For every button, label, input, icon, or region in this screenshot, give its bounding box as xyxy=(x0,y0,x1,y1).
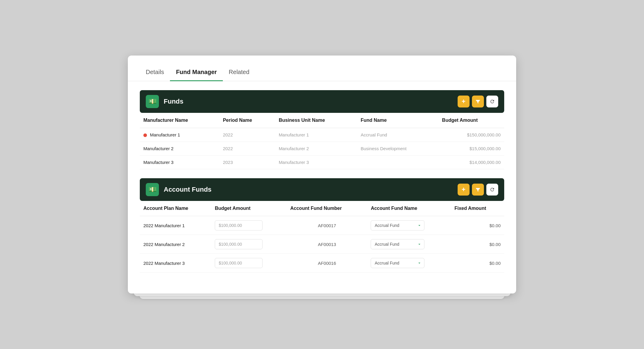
col-af-budget-amount: Budget Amount xyxy=(211,201,287,216)
tab-related[interactable]: Related xyxy=(223,64,255,81)
funds-period-name: 2022 xyxy=(219,142,275,156)
funds-business-unit-name: Manufacturer 2 xyxy=(275,142,357,156)
account-funds-table-row: 2022 Manufacturer 1 AF00017 Accrual Fund… xyxy=(140,216,504,235)
funds-budget-amount: $15,000,000.00 xyxy=(438,142,504,156)
col-fixed-amount: Fixed Amount xyxy=(451,201,504,216)
af-fixed-amount: $0.00 xyxy=(451,235,504,254)
af-fund-name-dropdown[interactable]: Accrual Fund Business Development xyxy=(371,220,424,230)
af-fixed-amount: $0.00 xyxy=(451,216,504,235)
funds-manufacturer-name: Manufacturer 3 xyxy=(140,156,219,169)
account-funds-filter-button[interactable] xyxy=(472,184,484,196)
af-budget-amount[interactable] xyxy=(211,235,287,254)
funds-table-row: Manufacturer 2 2022 Manufacturer 2 Busin… xyxy=(140,142,504,156)
funds-period-name: 2023 xyxy=(219,156,275,169)
funds-section-header: 💵 Funds + xyxy=(140,90,504,113)
account-funds-refresh-button[interactable] xyxy=(486,184,498,196)
col-account-fund-name: Account Fund Name xyxy=(367,201,451,216)
funds-period-name: 2022 xyxy=(219,128,275,142)
funds-filter-button[interactable] xyxy=(472,96,484,107)
tab-bar: Details Fund Manager Related xyxy=(128,56,516,81)
funds-icon: 💵 xyxy=(146,95,159,108)
tab-details[interactable]: Details xyxy=(140,64,170,81)
col-account-fund-number: Account Fund Number xyxy=(287,201,367,216)
af-fund-number: AF00017 xyxy=(287,216,367,235)
af-fixed-amount: $0.00 xyxy=(451,254,504,273)
account-funds-add-button[interactable]: + xyxy=(458,184,470,196)
af-account-plan-name: 2022 Manufacturer 1 xyxy=(140,216,211,235)
funds-manufacturer-name: Manufacturer 2 xyxy=(140,142,219,156)
af-budget-input[interactable] xyxy=(215,239,263,249)
col-manufacturer-name: Manufacturer Name xyxy=(140,113,219,128)
account-funds-section-header: 💵 Account Funds + xyxy=(140,178,504,201)
af-budget-input[interactable] xyxy=(215,220,263,230)
funds-actions: + xyxy=(458,96,498,107)
funds-business-unit-name: Manufacturer 1 xyxy=(275,128,357,142)
funds-table-header: Manufacturer Name Period Name Business U… xyxy=(140,113,504,128)
funds-section: 💵 Funds + Manufa xyxy=(140,90,504,169)
af-fund-name-dropdown[interactable]: Accrual Fund Business Development xyxy=(371,239,424,249)
status-dot xyxy=(143,133,147,137)
funds-budget-amount: $150,000,000.00 xyxy=(438,128,504,142)
col-budget-amount: Budget Amount xyxy=(438,113,504,128)
funds-table: Manufacturer Name Period Name Business U… xyxy=(140,113,504,169)
account-funds-actions: + xyxy=(458,184,498,196)
account-funds-section-title: Account Funds xyxy=(164,186,458,193)
account-funds-table-header: Account Plan Name Budget Amount Account … xyxy=(140,201,504,216)
funds-business-unit-name: Manufacturer 3 xyxy=(275,156,357,169)
af-budget-amount[interactable] xyxy=(211,216,287,235)
account-funds-section: 💵 Account Funds + xyxy=(140,178,504,273)
af-fund-number: AF00016 xyxy=(287,254,367,273)
main-content: 💵 Funds + Manufa xyxy=(128,81,516,293)
funds-fund-name: Business Development xyxy=(357,142,438,156)
funds-section-title: Funds xyxy=(164,98,458,105)
af-budget-amount[interactable] xyxy=(211,254,287,273)
col-period-name: Period Name xyxy=(219,113,275,128)
col-account-plan-name: Account Plan Name xyxy=(140,201,211,216)
funds-refresh-button[interactable] xyxy=(486,96,498,107)
af-fund-name-select[interactable]: Accrual Fund Business Development xyxy=(367,216,451,235)
funds-table-row: Manufacturer 3 2023 Manufacturer 3 $14,0… xyxy=(140,156,504,169)
funds-fund-name: Accrual Fund xyxy=(357,128,438,142)
funds-budget-amount: $14,000,000.00 xyxy=(438,156,504,169)
af-account-plan-name: 2022 Manufacturer 2 xyxy=(140,235,211,254)
af-fund-name-select[interactable]: Accrual Fund Business Development xyxy=(367,235,451,254)
funds-table-row: Manufacturer 1 2022 Manufacturer 1 Accru… xyxy=(140,128,504,142)
af-fund-number: AF00013 xyxy=(287,235,367,254)
account-funds-icon: 💵 xyxy=(146,183,159,196)
col-fund-name: Fund Name xyxy=(357,113,438,128)
af-budget-input[interactable] xyxy=(215,258,263,268)
funds-manufacturer-name: Manufacturer 1 xyxy=(140,128,219,142)
funds-add-button[interactable]: + xyxy=(458,96,470,107)
af-account-plan-name: 2022 Manufacturer 3 xyxy=(140,254,211,273)
funds-fund-name xyxy=(357,156,438,169)
account-funds-table-row: 2022 Manufacturer 2 AF00013 Accrual Fund… xyxy=(140,235,504,254)
account-funds-table: Account Plan Name Budget Amount Account … xyxy=(140,201,504,273)
account-funds-table-row: 2022 Manufacturer 3 AF00016 Accrual Fund… xyxy=(140,254,504,273)
af-fund-name-select[interactable]: Accrual Fund Business Development xyxy=(367,254,451,273)
col-business-unit-name: Business Unit Name xyxy=(275,113,357,128)
tab-fund-manager[interactable]: Fund Manager xyxy=(170,64,223,81)
af-fund-name-dropdown[interactable]: Accrual Fund Business Development xyxy=(371,258,424,268)
